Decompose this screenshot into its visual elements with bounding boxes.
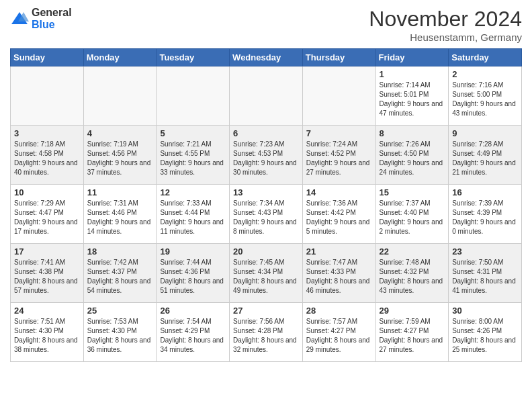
day-cell: 4Sunrise: 7:19 AM Sunset: 4:56 PM Daylig… — [83, 126, 157, 185]
logo-icon — [10, 9, 29, 28]
day-cell: 8Sunrise: 7:26 AM Sunset: 4:50 PM Daylig… — [375, 126, 449, 185]
day-info: Sunrise: 7:51 AM Sunset: 4:30 PM Dayligh… — [14, 317, 80, 355]
day-info: Sunrise: 7:59 AM Sunset: 4:27 PM Dayligh… — [380, 317, 445, 355]
day-cell: 28Sunrise: 7:57 AM Sunset: 4:27 PM Dayli… — [302, 303, 375, 362]
day-number: 14 — [306, 187, 372, 197]
day-number: 15 — [380, 187, 445, 197]
day-info: Sunrise: 7:21 AM Sunset: 4:55 PM Dayligh… — [160, 140, 226, 177]
day-number: 22 — [380, 246, 445, 257]
day-number: 3 — [14, 128, 80, 138]
day-cell: 11Sunrise: 7:31 AM Sunset: 4:46 PM Dayli… — [83, 185, 157, 244]
day-cell: 24Sunrise: 7:51 AM Sunset: 4:30 PM Dayli… — [11, 303, 84, 362]
day-cell: 9Sunrise: 7:28 AM Sunset: 4:49 PM Daylig… — [449, 126, 522, 185]
day-info: Sunrise: 7:39 AM Sunset: 4:39 PM Dayligh… — [452, 199, 518, 236]
day-cell: 18Sunrise: 7:42 AM Sunset: 4:37 PM Dayli… — [83, 244, 157, 303]
day-cell: 22Sunrise: 7:48 AM Sunset: 4:32 PM Dayli… — [375, 244, 449, 303]
col-header-tuesday: Tuesday — [157, 49, 230, 66]
week-row-4: 17Sunrise: 7:41 AM Sunset: 4:38 PM Dayli… — [11, 244, 522, 303]
day-cell — [302, 66, 375, 126]
week-row-5: 24Sunrise: 7:51 AM Sunset: 4:30 PM Dayli… — [11, 303, 522, 362]
day-info: Sunrise: 7:57 AM Sunset: 4:27 PM Dayligh… — [306, 317, 372, 355]
col-header-sunday: Sunday — [11, 49, 84, 66]
day-number: 20 — [233, 246, 299, 257]
col-header-saturday: Saturday — [449, 49, 522, 66]
day-number: 6 — [233, 128, 299, 138]
day-info: Sunrise: 7:34 AM Sunset: 4:43 PM Dayligh… — [233, 199, 299, 236]
week-row-3: 10Sunrise: 7:29 AM Sunset: 4:47 PM Dayli… — [11, 185, 522, 244]
logo-text: General Blue — [32, 7, 72, 30]
day-number: 28 — [306, 306, 372, 316]
day-info: Sunrise: 7:44 AM Sunset: 4:36 PM Dayligh… — [160, 258, 226, 295]
day-cell: 14Sunrise: 7:36 AM Sunset: 4:42 PM Dayli… — [302, 185, 375, 244]
day-info: Sunrise: 7:48 AM Sunset: 4:32 PM Dayligh… — [380, 258, 445, 295]
day-number: 2 — [452, 69, 518, 79]
day-number: 25 — [87, 306, 153, 316]
day-cell: 29Sunrise: 7:59 AM Sunset: 4:27 PM Dayli… — [375, 303, 449, 362]
day-info: Sunrise: 7:19 AM Sunset: 4:56 PM Dayligh… — [87, 140, 153, 177]
day-number: 5 — [160, 128, 226, 138]
day-info: Sunrise: 7:36 AM Sunset: 4:42 PM Dayligh… — [306, 199, 372, 236]
day-cell: 25Sunrise: 7:53 AM Sunset: 4:30 PM Dayli… — [83, 303, 157, 362]
day-number: 18 — [87, 246, 153, 257]
day-cell: 2Sunrise: 7:16 AM Sunset: 5:00 PM Daylig… — [449, 66, 522, 126]
logo: General Blue — [10, 7, 72, 30]
day-number: 17 — [14, 246, 80, 257]
day-number: 23 — [452, 246, 518, 257]
day-number: 9 — [452, 128, 518, 138]
col-header-wednesday: Wednesday — [230, 49, 303, 66]
day-number: 7 — [306, 128, 372, 138]
day-cell: 6Sunrise: 7:23 AM Sunset: 4:53 PM Daylig… — [230, 126, 303, 185]
day-info: Sunrise: 7:33 AM Sunset: 4:44 PM Dayligh… — [160, 199, 226, 236]
day-info: Sunrise: 7:23 AM Sunset: 4:53 PM Dayligh… — [233, 140, 299, 177]
day-cell — [230, 66, 303, 126]
day-number: 8 — [380, 128, 445, 138]
day-cell: 16Sunrise: 7:39 AM Sunset: 4:39 PM Dayli… — [449, 185, 522, 244]
day-cell: 20Sunrise: 7:45 AM Sunset: 4:34 PM Dayli… — [230, 244, 303, 303]
logo-blue-text: Blue — [32, 19, 72, 31]
day-number: 27 — [233, 306, 299, 316]
day-number: 26 — [160, 306, 226, 316]
col-header-friday: Friday — [375, 49, 449, 66]
day-info: Sunrise: 8:00 AM Sunset: 4:26 PM Dayligh… — [452, 317, 518, 355]
calendar-table: SundayMondayTuesdayWednesdayThursdayFrid… — [10, 48, 522, 362]
day-number: 21 — [306, 246, 372, 257]
header-row: SundayMondayTuesdayWednesdayThursdayFrid… — [11, 49, 522, 66]
day-cell: 23Sunrise: 7:50 AM Sunset: 4:31 PM Dayli… — [449, 244, 522, 303]
day-number: 4 — [87, 128, 153, 138]
day-cell: 5Sunrise: 7:21 AM Sunset: 4:55 PM Daylig… — [157, 126, 230, 185]
day-cell: 26Sunrise: 7:54 AM Sunset: 4:29 PM Dayli… — [157, 303, 230, 362]
day-number: 10 — [14, 187, 80, 197]
day-cell: 3Sunrise: 7:18 AM Sunset: 4:58 PM Daylig… — [11, 126, 84, 185]
day-info: Sunrise: 7:50 AM Sunset: 4:31 PM Dayligh… — [452, 258, 518, 295]
day-info: Sunrise: 7:29 AM Sunset: 4:47 PM Dayligh… — [14, 199, 80, 236]
title-block: November 2024 Heusenstamm, Germany — [369, 7, 522, 43]
logo-general-text: General — [32, 7, 72, 19]
day-cell: 7Sunrise: 7:24 AM Sunset: 4:52 PM Daylig… — [302, 126, 375, 185]
day-number: 19 — [160, 246, 226, 257]
day-cell: 30Sunrise: 8:00 AM Sunset: 4:26 PM Dayli… — [449, 303, 522, 362]
day-info: Sunrise: 7:37 AM Sunset: 4:40 PM Dayligh… — [380, 199, 445, 236]
page: General Blue November 2024 Heusenstamm, … — [0, 0, 532, 372]
day-number: 30 — [452, 306, 518, 316]
day-number: 29 — [380, 306, 445, 316]
month-title: November 2024 — [369, 7, 522, 32]
day-info: Sunrise: 7:42 AM Sunset: 4:37 PM Dayligh… — [87, 258, 153, 295]
day-cell: 13Sunrise: 7:34 AM Sunset: 4:43 PM Dayli… — [230, 185, 303, 244]
day-info: Sunrise: 7:26 AM Sunset: 4:50 PM Dayligh… — [380, 140, 445, 177]
day-info: Sunrise: 7:24 AM Sunset: 4:52 PM Dayligh… — [306, 140, 372, 177]
day-info: Sunrise: 7:56 AM Sunset: 4:28 PM Dayligh… — [233, 317, 299, 355]
day-cell: 15Sunrise: 7:37 AM Sunset: 4:40 PM Dayli… — [375, 185, 449, 244]
col-header-monday: Monday — [83, 49, 157, 66]
day-cell — [83, 66, 157, 126]
day-cell: 17Sunrise: 7:41 AM Sunset: 4:38 PM Dayli… — [11, 244, 84, 303]
day-info: Sunrise: 7:31 AM Sunset: 4:46 PM Dayligh… — [87, 199, 153, 236]
day-info: Sunrise: 7:14 AM Sunset: 5:01 PM Dayligh… — [380, 81, 445, 118]
day-number: 24 — [14, 306, 80, 316]
day-number: 1 — [380, 69, 445, 79]
day-cell: 12Sunrise: 7:33 AM Sunset: 4:44 PM Dayli… — [157, 185, 230, 244]
day-number: 13 — [233, 187, 299, 197]
header: General Blue November 2024 Heusenstamm, … — [10, 7, 522, 43]
day-number: 16 — [452, 187, 518, 197]
day-info: Sunrise: 7:45 AM Sunset: 4:34 PM Dayligh… — [233, 258, 299, 295]
day-cell — [157, 66, 230, 126]
